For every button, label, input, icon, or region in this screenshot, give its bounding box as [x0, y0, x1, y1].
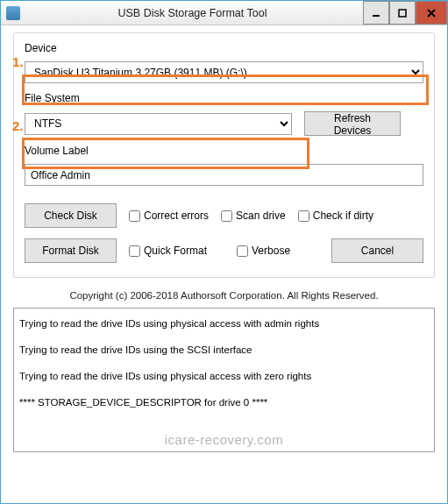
svg-rect-1: [399, 10, 406, 17]
correct-errors-label: Correct errors: [144, 209, 209, 222]
check-if-dirty-checkbox[interactable]: Check if dirty: [298, 209, 373, 222]
log-line: Trying to read the drive IDs using the S…: [16, 337, 432, 363]
app-icon: [6, 6, 20, 20]
quick-format-checkbox[interactable]: Quick Format: [129, 245, 207, 257]
log-line: Trying to read the drive IDs using physi…: [16, 310, 432, 337]
scan-drive-label: Scan drive: [236, 209, 286, 222]
quick-format-label: Quick Format: [144, 245, 207, 257]
cancel-button[interactable]: Cancel: [331, 238, 423, 263]
check-disk-button[interactable]: Check Disk: [25, 203, 117, 228]
filesystem-select[interactable]: NTFS: [25, 113, 292, 135]
filesystem-label: File System: [25, 92, 423, 104]
verbose-label: Verbose: [252, 245, 290, 257]
titlebar[interactable]: USB Disk Storage Format Tool: [1, 1, 447, 25]
log-line: Trying to read the drive IDs using physi…: [16, 363, 432, 389]
window-controls: [363, 1, 447, 25]
content-area: 1. 2. Device SanDisk U3 Titanium 3.27GB …: [1, 25, 447, 503]
minimize-button[interactable]: [363, 1, 389, 25]
device-label: Device: [25, 42, 423, 54]
correct-errors-checkbox[interactable]: Correct errors: [129, 209, 209, 222]
verbose-checkbox[interactable]: Verbose: [237, 245, 290, 257]
log-textarea[interactable]: Trying to read the drive IDs using physi…: [13, 308, 435, 452]
device-select[interactable]: SanDisk U3 Titanium 3.27GB (3911 MB) (G:…: [25, 61, 423, 83]
volume-label-label: Volume Label: [25, 145, 423, 157]
main-group: 1. 2. Device SanDisk U3 Titanium 3.27GB …: [13, 32, 435, 278]
annotation-number-2: 2.: [12, 118, 24, 133]
close-button[interactable]: [416, 1, 447, 25]
log-line: **** STORAGE_DEVICE_DESCRIPTOR for drive…: [16, 389, 432, 415]
volume-label-input[interactable]: [25, 164, 423, 186]
copyright-text: Copyright (c) 2006-2018 Authorsoft Corpo…: [13, 290, 435, 301]
window-title: USB Disk Storage Format Tool: [24, 7, 363, 19]
refresh-devices-button[interactable]: Refresh Devices: [304, 111, 401, 136]
maximize-button[interactable]: [389, 1, 416, 25]
annotation-number-1: 1.: [12, 54, 24, 69]
scan-drive-checkbox[interactable]: Scan drive: [221, 209, 286, 222]
check-if-dirty-label: Check if dirty: [313, 209, 373, 222]
app-window: USB Disk Storage Format Tool 1. 2. Devic…: [0, 0, 448, 504]
format-disk-button[interactable]: Format Disk: [25, 238, 117, 263]
